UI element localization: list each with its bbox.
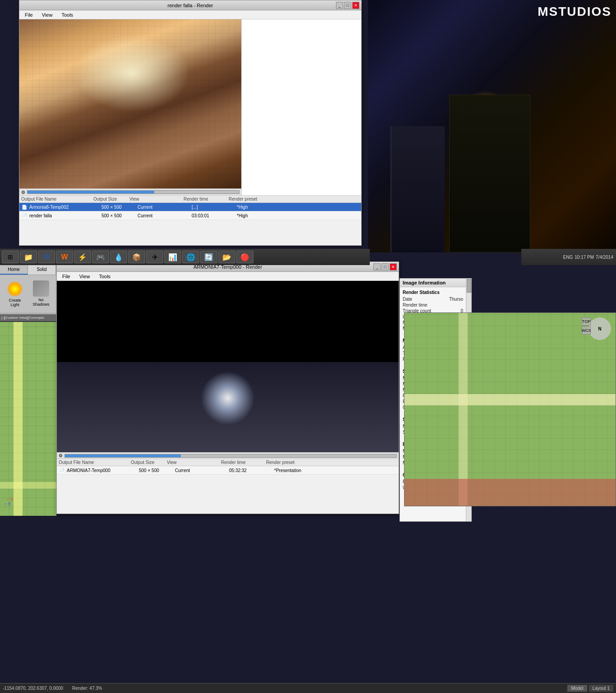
tab-home[interactable]: Home bbox=[0, 265, 28, 275]
menu-file-2[interactable]: File bbox=[60, 273, 72, 280]
render-lights bbox=[64, 28, 200, 119]
start-button[interactable]: ⊞ bbox=[2, 251, 19, 263]
start-icon: ⊞ bbox=[5, 252, 16, 262]
col-header-preset-2: Render preset bbox=[266, 460, 397, 465]
progress-icon: ⚙ bbox=[21, 190, 25, 195]
viewport-label-bar: [-][Custom View][Conceptu bbox=[0, 314, 56, 321]
map-road-v bbox=[459, 313, 468, 506]
render-bottom-light bbox=[201, 371, 255, 425]
taskbar-app1[interactable]: W bbox=[56, 251, 73, 263]
coordinates: -1154.0870, 202.6307, 0.0000 bbox=[3, 686, 63, 691]
taskbar-app5[interactable]: 📦 bbox=[128, 251, 145, 263]
row-time-1: [...] bbox=[192, 205, 237, 210]
progress-bar-fill-2 bbox=[65, 454, 181, 457]
taskbar-app10[interactable]: 📂 bbox=[218, 251, 235, 263]
render-top-controls[interactable]: _ □ ✕ bbox=[336, 2, 359, 9]
close-button[interactable]: ✕ bbox=[352, 2, 359, 9]
studios-logo: MSTUDIOS bbox=[538, 5, 611, 19]
menu-view-2[interactable]: View bbox=[78, 273, 92, 280]
row-preset-2: *High bbox=[237, 213, 359, 218]
maximize-button[interactable]: □ bbox=[344, 2, 351, 9]
render-top-titlebar: render falla - Render _ □ ✕ bbox=[19, 0, 361, 10]
render-bottom-controls[interactable]: _ □ ✕ bbox=[373, 263, 397, 271]
tab-layout1[interactable]: Layout 1 bbox=[589, 685, 613, 692]
progress-bar-fill bbox=[28, 191, 154, 193]
taskbar-file-manager[interactable]: 📁 bbox=[20, 251, 37, 263]
scroll-thumb[interactable] bbox=[467, 279, 471, 293]
render-top-title: render falla - Render bbox=[168, 3, 213, 8]
app8-icon: 🌐 bbox=[185, 252, 196, 262]
close-btn-2[interactable]: ✕ bbox=[390, 263, 397, 271]
large-viewport: N TOP WCS bbox=[404, 312, 616, 506]
app9-icon: 🔄 bbox=[203, 252, 214, 262]
row-name-3: ARMONIA7-Temp000 bbox=[67, 468, 139, 473]
no-shadows-button[interactable]: No Shadows bbox=[29, 278, 53, 310]
row-preset-3: *Presentation bbox=[274, 468, 397, 473]
map-top-btn[interactable]: TOP bbox=[582, 317, 591, 326]
map-controls: TOP WCS bbox=[582, 317, 591, 335]
app1-icon: W bbox=[59, 252, 70, 262]
left-toolbar: Home Solid Create Light No Shadows Light… bbox=[0, 265, 56, 319]
tab-solid[interactable]: Solid bbox=[28, 265, 56, 275]
info-panel-header: Image Information bbox=[400, 279, 466, 287]
taskbar-app2[interactable]: ⚡ bbox=[74, 251, 91, 263]
shadow-icon bbox=[33, 280, 49, 297]
minimize-btn-2[interactable]: _ bbox=[373, 263, 381, 271]
viewport-axes: → X ↑ Y bbox=[5, 497, 13, 507]
city-building-1 bbox=[391, 126, 445, 252]
system-tray: ENG 10:17 PM 7/4/2014 bbox=[521, 249, 616, 265]
map-road-h bbox=[405, 394, 616, 405]
row-view-2: Current bbox=[138, 213, 192, 218]
table-row[interactable]: 📄 render falla 500 × 500 Current 03:03:0… bbox=[19, 211, 361, 220]
row-size-2: 500 × 500 bbox=[101, 213, 138, 218]
taskbar-app8[interactable]: 🌐 bbox=[182, 251, 199, 263]
table-row-2[interactable]: 📄 ARMONIA7-Temp000 500 × 500 Current 05:… bbox=[57, 466, 399, 475]
taskbar-app9[interactable]: 🔄 bbox=[200, 251, 217, 263]
light-icon bbox=[7, 281, 23, 297]
row-icon-3: 📄 bbox=[59, 467, 65, 473]
maximize-btn-2[interactable]: □ bbox=[382, 263, 389, 271]
map-compass: N bbox=[588, 317, 611, 340]
map-red-line bbox=[405, 479, 616, 506]
label-date: Date bbox=[403, 297, 412, 302]
app7-icon: 📊 bbox=[167, 252, 178, 262]
axis-y-label: ↑ Y bbox=[5, 502, 13, 507]
clock-date: 7/4/2014 bbox=[596, 255, 613, 260]
map-wcs-btn[interactable]: WCS bbox=[582, 326, 591, 335]
app4-icon: 💧 bbox=[113, 252, 124, 262]
axis-x-label: → X bbox=[5, 497, 13, 502]
taskbar-app7[interactable]: 📊 bbox=[164, 251, 181, 263]
create-light-button[interactable]: Create Light bbox=[3, 278, 27, 310]
app10-icon: 📂 bbox=[221, 252, 232, 262]
menu-tools-2[interactable]: Tools bbox=[97, 273, 112, 280]
sidebar-tabs: Home Solid bbox=[0, 265, 56, 275]
taskbar-app3[interactable]: 🎮 bbox=[92, 251, 109, 263]
menu-tools[interactable]: Tools bbox=[60, 11, 75, 18]
col-header-view-2: View bbox=[167, 460, 221, 465]
map-grid bbox=[405, 313, 616, 506]
table-row[interactable]: 📄 Armonia8-Temp002 500 × 500 Current [..… bbox=[19, 203, 361, 211]
minimize-button[interactable]: _ bbox=[336, 2, 343, 9]
col-header-size: Output Size bbox=[93, 197, 129, 202]
desktop: MSTUDIOS render falla - Render _ □ ✕ Fil… bbox=[0, 0, 616, 693]
app6-icon: ✈ bbox=[149, 252, 160, 262]
progress-bar-container bbox=[27, 190, 239, 194]
menu-view[interactable]: View bbox=[40, 11, 55, 18]
progress-icon-2: ⚙ bbox=[59, 453, 63, 458]
menu-file[interactable]: File bbox=[23, 11, 35, 18]
taskbar-word[interactable]: W bbox=[38, 251, 55, 263]
status-bar: -1154.0870, 202.6307, 0.0000 Render: 47.… bbox=[0, 683, 616, 693]
render-right-panel bbox=[241, 19, 361, 195]
progress-bar-container-2 bbox=[64, 454, 397, 458]
lang-indicator: ENG bbox=[563, 255, 573, 260]
render-window-top: render falla - Render _ □ ✕ File View To… bbox=[19, 0, 362, 246]
file-manager-icon: 📁 bbox=[23, 252, 34, 262]
taskbar-app4[interactable]: 💧 bbox=[110, 251, 127, 263]
taskbar-app11[interactable]: 🔴 bbox=[236, 251, 253, 263]
row-view-3: Current bbox=[175, 468, 229, 473]
taskbar-app6[interactable]: ✈ bbox=[146, 251, 163, 263]
row-view-1: Current bbox=[138, 205, 192, 210]
tab-model[interactable]: Model bbox=[567, 685, 587, 692]
render-window-bottom: ARMONIA7-Temp000 - Render _ □ ✕ File Vie… bbox=[56, 262, 399, 514]
row-time-3: 05:32:32 bbox=[229, 468, 274, 473]
